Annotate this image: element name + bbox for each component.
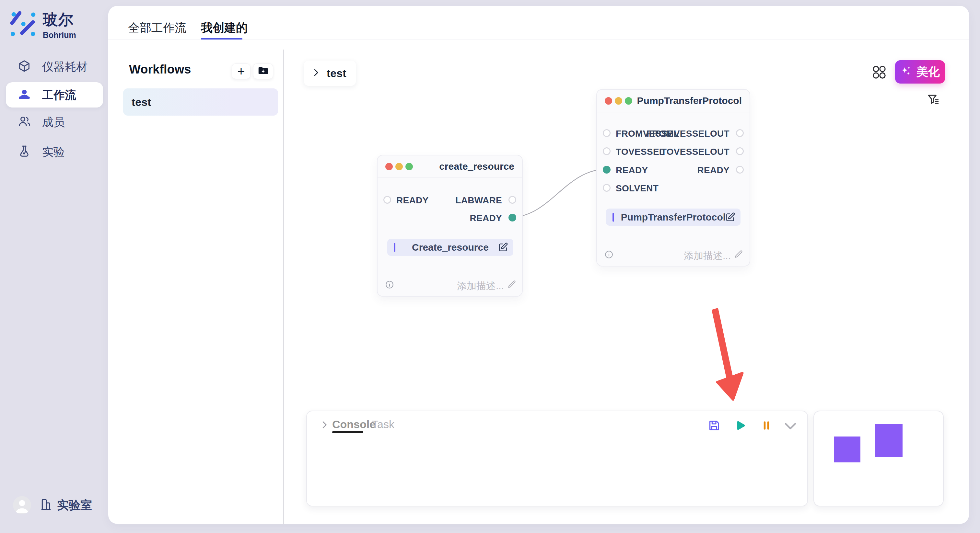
edit-square-icon[interactable] (725, 212, 735, 222)
port-in-tovessel[interactable] (603, 148, 611, 155)
info-icon[interactable] (604, 250, 614, 259)
box-icon (18, 59, 31, 74)
chevron-right-icon (311, 68, 321, 79)
sidebar-item-instruments[interactable]: 仪器耗材 (6, 54, 103, 79)
pause-icon (760, 419, 773, 432)
console-collapse-chevron-icon[interactable] (319, 420, 329, 430)
node-create-resource[interactable]: create_resource READY LABWARE READY Crea… (377, 155, 523, 297)
port-label: SOLVENT (616, 183, 659, 194)
bohrium-logo-icon (10, 11, 37, 39)
edit-square-icon[interactable] (498, 242, 508, 252)
play-icon (733, 419, 746, 432)
brand-subtitle: Bohrium (43, 30, 76, 40)
pill-label: Create_resource (387, 242, 513, 253)
port-label: READY (396, 195, 429, 206)
workflow-list-item-test[interactable]: test (123, 89, 278, 116)
sidebar-item-workflows[interactable]: 工作流 (6, 82, 103, 108)
sidebar-item-label: 成员 (42, 115, 65, 130)
brand-title: 玻尔 (43, 10, 76, 30)
sidebar-item-label: 工作流 (42, 87, 76, 103)
workflow-icon (18, 87, 31, 102)
import-workflow-button[interactable] (253, 63, 273, 79)
port-in-ready-connected[interactable] (603, 166, 611, 174)
filter-icon (926, 93, 940, 107)
building-icon (40, 498, 52, 512)
brand: 玻尔 Bohrium (10, 10, 76, 40)
command-palette-button[interactable] (872, 65, 887, 80)
save-button[interactable] (708, 419, 721, 432)
port-label: READY (469, 213, 502, 224)
port-out-fromvesselout[interactable] (736, 129, 744, 137)
port-label: LABWARE (455, 195, 502, 206)
minimap-node-pump-transfer (875, 424, 902, 457)
sidebar: 玻尔 Bohrium 仪器耗材 工作流 (0, 0, 108, 533)
minimize-console-button[interactable] (783, 421, 796, 434)
port-label: FROMVESSELOUT (646, 128, 730, 139)
console-panel: Console Task (306, 411, 808, 506)
folder-download-icon (257, 65, 269, 78)
sidebar-item-label: 实验 (42, 144, 65, 160)
experiment-icon (18, 144, 31, 159)
info-icon[interactable] (385, 280, 395, 289)
avatar[interactable] (13, 496, 31, 514)
breadcrumb[interactable]: test (304, 60, 356, 86)
workflow-item-label: test (132, 96, 151, 108)
sidebar-item-experiments[interactable]: 实验 (6, 139, 103, 165)
node-header: create_resource (377, 155, 522, 178)
sidebar-item-label: 仪器耗材 (42, 59, 88, 75)
pill-label: PumpTransferProtocol (606, 212, 740, 223)
traffic-green-dot[interactable] (406, 163, 413, 170)
port-in-solvent[interactable] (603, 184, 611, 192)
port-in-fromvessel[interactable] (603, 129, 611, 137)
workflows-panel-title: Workflows (129, 62, 191, 76)
port-in-ready[interactable] (383, 196, 391, 204)
port-out-ready-connected[interactable] (509, 214, 516, 222)
plus-icon: + (237, 65, 245, 78)
pill-accent-bar (394, 243, 395, 252)
tab-task[interactable]: Task (372, 418, 395, 431)
node-pump-transfer-protocol[interactable]: PumpTransferProtocol FROMVESSEL FROMVESS… (596, 89, 750, 266)
minimap-node-create-resource (834, 436, 861, 462)
traffic-yellow-dot[interactable] (615, 97, 622, 105)
breadcrumb-label: test (327, 67, 346, 80)
run-button[interactable] (733, 419, 746, 432)
traffic-yellow-dot[interactable] (395, 163, 403, 170)
description-placeholder[interactable]: 添加描述... (684, 249, 731, 263)
traffic-green-dot[interactable] (625, 97, 632, 105)
port-out-ready[interactable] (736, 166, 744, 174)
lab-switcher[interactable]: 实验室 (40, 497, 92, 513)
pause-button[interactable] (760, 419, 773, 432)
tab-all-workflows[interactable]: 全部工作流 (128, 20, 186, 36)
sidebar-footer: 实验室 (13, 496, 92, 514)
port-label: TOVESSELOUT (661, 147, 730, 157)
port-out-labware[interactable] (509, 196, 516, 204)
description-placeholder[interactable]: 添加描述... (457, 279, 504, 293)
node-title: PumpTransferProtocol (637, 95, 742, 106)
command-icon (872, 65, 887, 80)
members-icon (18, 115, 31, 130)
chevron-down-icon (783, 421, 797, 431)
sparkles-icon (900, 65, 913, 79)
port-label: READY (616, 165, 648, 176)
console-tab-underline (332, 431, 363, 433)
pill-accent-bar (612, 213, 614, 222)
node-action-pill[interactable]: Create_resource (387, 239, 513, 256)
beautify-button[interactable]: 美化 (895, 60, 945, 84)
save-icon (708, 419, 721, 432)
tab-console[interactable]: Console (332, 418, 375, 431)
beautify-label: 美化 (916, 64, 940, 80)
node-action-pill[interactable]: PumpTransferProtocol (606, 209, 740, 226)
sidebar-item-members[interactable]: 成员 (6, 109, 103, 135)
filter-button[interactable] (926, 93, 940, 107)
pencil-icon[interactable] (507, 279, 517, 289)
pencil-icon[interactable] (734, 249, 744, 259)
traffic-red-dot[interactable] (385, 163, 393, 170)
panel-divider (283, 49, 284, 524)
minimap[interactable] (813, 411, 944, 506)
tab-my-created[interactable]: 我创建的 (201, 20, 248, 36)
add-workflow-button[interactable]: + (232, 63, 250, 79)
traffic-red-dot[interactable] (605, 97, 612, 105)
port-label: READY (697, 165, 730, 176)
page-root: 玻尔 Bohrium 仪器耗材 工作流 (0, 0, 980, 533)
port-out-tovesselout[interactable] (736, 148, 744, 155)
